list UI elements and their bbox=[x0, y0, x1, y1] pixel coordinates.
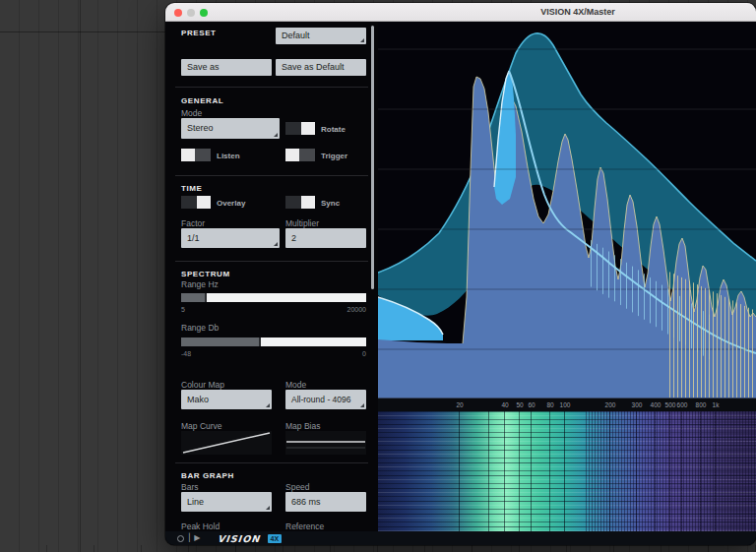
freq-tick-label: 300 bbox=[632, 401, 643, 408]
freq-tick-label: 20 bbox=[456, 401, 463, 408]
time-section-header: TIME bbox=[181, 184, 203, 193]
colour-mode-dropdown[interactable]: All-round - 4096 bbox=[285, 390, 366, 409]
window-titlebar[interactable]: VISION 4X/Master bbox=[165, 3, 756, 22]
spectrum-section-header: SPECTRUM bbox=[181, 270, 230, 278]
range-db-label: Range Db bbox=[181, 323, 219, 333]
sync-label: Sync bbox=[321, 199, 340, 208]
overlay-toggle[interactable] bbox=[181, 196, 211, 209]
section-divider bbox=[175, 462, 368, 463]
bars-label: Bars bbox=[181, 482, 198, 492]
freq-tick-label: 80 bbox=[546, 401, 553, 408]
play-icon[interactable]: ▏▶ bbox=[189, 534, 199, 542]
plugin-content: PRESET Default Save as Save as Default G… bbox=[165, 22, 756, 545]
zoom-window-button[interactable] bbox=[200, 9, 208, 17]
trigger-toggle[interactable] bbox=[285, 149, 315, 161]
freq-tick-label: 50 bbox=[516, 401, 523, 408]
bars-dropdown[interactable]: Line bbox=[181, 492, 272, 512]
section-divider bbox=[175, 175, 368, 176]
spectrogram[interactable] bbox=[378, 411, 756, 531]
map-curve-editor[interactable] bbox=[181, 431, 272, 455]
section-divider bbox=[175, 87, 368, 88]
factor-label: Factor bbox=[181, 218, 205, 228]
multiplier-label: Multiplier bbox=[285, 218, 319, 228]
mode-label: Mode bbox=[181, 108, 202, 118]
window-title: VISION 4X/Master bbox=[540, 7, 615, 17]
rotate-toggle-knob bbox=[301, 122, 315, 135]
freq-tick-label: 400 bbox=[651, 401, 662, 408]
preset-section-header: PRESET bbox=[181, 29, 217, 37]
multiplier-field[interactable]: 2 bbox=[285, 228, 366, 248]
section-divider bbox=[175, 261, 368, 262]
speed-field[interactable]: 686 ms bbox=[285, 492, 366, 512]
settings-panel: PRESET Default Save as Save as Default G… bbox=[165, 22, 378, 545]
sync-toggle-knob bbox=[301, 196, 315, 209]
range-hz-slider[interactable] bbox=[181, 293, 366, 302]
footer-bar-right bbox=[378, 531, 756, 545]
save-as-default-button[interactable]: Save as Default bbox=[276, 59, 366, 76]
factor-dropdown[interactable]: 1/1 bbox=[181, 228, 280, 248]
record-icon[interactable] bbox=[177, 535, 184, 542]
reference-label: Reference bbox=[285, 521, 324, 531]
visualizer-area: 20 40 50 60 80 100 200 300 400 500 600 8… bbox=[378, 22, 756, 545]
map-curve-label: Map Curve bbox=[181, 421, 222, 431]
overlay-label: Overlay bbox=[217, 199, 245, 208]
range-db-min: -48 bbox=[181, 350, 191, 357]
trigger-label: Trigger bbox=[321, 152, 347, 160]
colour-mode-label: Mode bbox=[285, 380, 306, 390]
preset-dropdown[interactable]: Default bbox=[276, 28, 366, 44]
trigger-toggle-knob bbox=[285, 149, 299, 161]
spectrogram-texture bbox=[586, 411, 756, 531]
vision-logo: VISION bbox=[218, 533, 261, 544]
listen-label: Listen bbox=[217, 152, 240, 160]
range-db-slider[interactable] bbox=[181, 337, 366, 346]
bar-graph-section-header: BAR GRAPH bbox=[181, 471, 234, 480]
plugin-window: VISION 4X/Master PRESET Default Save as … bbox=[165, 3, 756, 545]
overlay-toggle-knob bbox=[197, 196, 211, 209]
minimize-window-button[interactable] bbox=[187, 9, 195, 17]
map-curve-line bbox=[183, 433, 270, 453]
freq-tick-label: 800 bbox=[696, 401, 707, 408]
colour-map-dropdown[interactable]: Mako bbox=[181, 390, 272, 409]
freq-tick-label: 60 bbox=[528, 401, 535, 408]
range-db-max: 0 bbox=[362, 350, 366, 357]
map-bias-editor[interactable] bbox=[285, 431, 366, 455]
range-hz-label: Range Hz bbox=[181, 279, 219, 289]
freq-tick-label: 40 bbox=[501, 401, 508, 408]
colour-map-label: Colour Map bbox=[181, 380, 224, 390]
daw-timeline-ticks bbox=[0, 545, 756, 552]
speed-label: Speed bbox=[285, 482, 310, 492]
vision-4x-badge: 4X bbox=[268, 534, 283, 543]
frequency-axis: 20 40 50 60 80 100 200 300 400 500 600 8… bbox=[378, 398, 756, 411]
peak-hold-label: Peak Hold bbox=[181, 521, 220, 531]
save-as-button[interactable]: Save as bbox=[181, 59, 272, 76]
range-hz-max: 20000 bbox=[347, 306, 366, 313]
general-section-header: GENERAL bbox=[181, 96, 223, 105]
range-hz-min: 5 bbox=[181, 306, 185, 313]
freq-tick-label: 1k bbox=[713, 401, 720, 408]
sync-toggle[interactable] bbox=[285, 196, 315, 209]
map-bias-label: Map Bias bbox=[285, 421, 320, 431]
freq-tick-label: 500 bbox=[665, 401, 676, 408]
mode-dropdown[interactable]: Stereo bbox=[181, 118, 280, 139]
freq-tick-label: 100 bbox=[560, 401, 571, 408]
listen-toggle-knob bbox=[181, 149, 195, 161]
freq-tick-label: 600 bbox=[677, 401, 688, 408]
freq-tick-label: 200 bbox=[605, 401, 616, 408]
close-window-button[interactable] bbox=[174, 9, 182, 17]
rotate-toggle[interactable] bbox=[285, 122, 315, 135]
panel-scrollbar[interactable] bbox=[371, 26, 374, 289]
listen-toggle[interactable] bbox=[181, 149, 211, 161]
footer-bar: ▏▶ VISION 4X bbox=[165, 531, 378, 545]
rotate-label: Rotate bbox=[321, 125, 346, 134]
